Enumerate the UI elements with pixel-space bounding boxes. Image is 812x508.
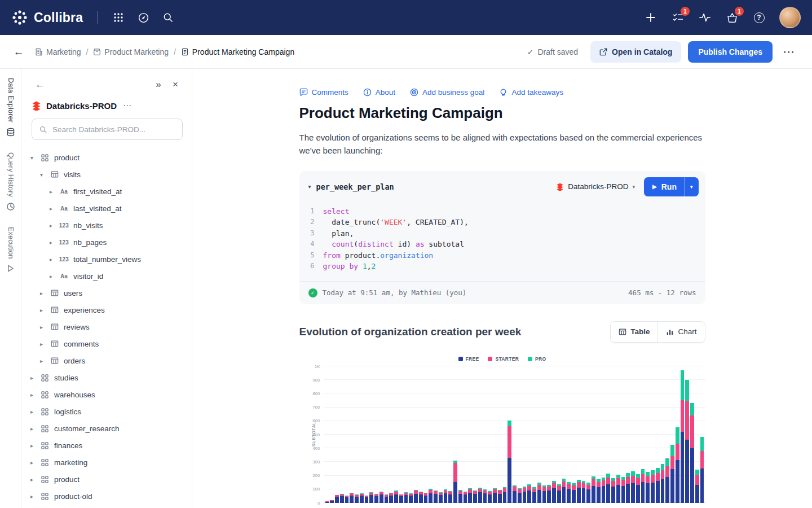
chevron-right-icon[interactable]: ▸ [47,205,55,212]
tree-item-reviews[interactable]: ▸reviews [21,318,192,335]
stacked-bar-week-57[interactable] [602,478,606,503]
tree-item-nb_visits[interactable]: ▸123nb_visits [21,217,192,234]
chevron-right-icon[interactable]: ▸ [38,324,45,330]
stacked-bar-week-71[interactable] [670,445,674,503]
stacked-bar-week-2[interactable] [330,500,334,503]
stacked-bar-week-31[interactable] [473,491,477,503]
stacked-bar-week-77[interactable] [700,437,704,502]
tree-item-logistics[interactable]: ▸logistics [21,403,192,420]
add-takeaways-button[interactable]: Add takeaways [499,88,563,97]
stacked-bar-week-11[interactable] [374,494,378,503]
stacked-bar-week-29[interactable] [464,492,467,502]
panel-back-button[interactable]: ← [32,77,48,93]
back-button[interactable]: ← [9,42,28,62]
tree-item-orders[interactable]: ▸orders [21,352,192,369]
tree-item-visits[interactable]: ▾visits [21,166,192,183]
stacked-bar-week-43[interactable] [532,487,536,502]
breadcrumb-current[interactable]: Product Marketing Campaign [181,47,294,56]
stacked-bar-week-67[interactable] [651,470,655,502]
stacked-bar-week-24[interactable] [439,492,443,503]
chevron-right-icon[interactable]: ▸ [28,443,36,449]
tree-item-visitor_id[interactable]: ▸Aavisitor_id [21,268,192,284]
stacked-bar-week-63[interactable] [631,471,635,503]
stacked-bar-week-64[interactable] [636,474,640,502]
stacked-bar-week-35[interactable] [493,488,497,503]
chevron-right-icon[interactable]: ▸ [28,426,36,432]
tree-item-product-old[interactable]: ▸product-old [21,488,192,505]
stacked-bar-week-13[interactable] [385,494,389,502]
stacked-bar-week-61[interactable] [621,477,625,503]
breadcrumb-community[interactable]: Marketing [35,47,81,56]
stacked-bar-week-20[interactable] [419,492,423,503]
stacked-bar-week-32[interactable] [478,488,482,503]
tree-item-warehouses[interactable]: ▸warehouses [21,386,192,403]
more-actions-button[interactable]: ⋯ [779,42,798,62]
panel-expand-button[interactable]: » [150,77,167,93]
rail-tab-execution[interactable]: Execution [6,227,15,273]
stacked-bar-week-36[interactable] [498,490,502,502]
tree-item-nb_pages[interactable]: ▸123nb_pages [21,234,192,251]
stacked-bar-week-44[interactable] [537,483,541,502]
stacked-bar-week-5[interactable] [345,496,349,502]
tree-item-product[interactable]: ▸product [21,471,192,488]
chevron-right-icon[interactable]: ▸ [28,375,36,381]
stacked-bar-week-3[interactable] [335,495,339,503]
stacked-bar-week-34[interactable] [488,491,492,502]
chevron-right-icon[interactable]: ▸ [38,307,45,313]
sql-editor[interactable]: 1select2 date_trunc('WEEK', CREATED_AT),… [299,202,705,281]
stacked-bar-week-22[interactable] [429,489,433,503]
rail-tab-data-explorer[interactable]: Data Explorer [6,78,15,137]
basket-button[interactable]: 1 [721,6,743,29]
stacked-bar-week-66[interactable] [646,472,650,502]
add-business-goal-button[interactable]: Add business goal [410,88,484,97]
stacked-bar-week-73[interactable] [681,370,685,503]
stacked-bar-week-68[interactable] [656,468,660,503]
stacked-bar-week-48[interactable] [557,484,561,503]
tree-item-total_number_views[interactable]: ▸123total_number_views [21,251,192,268]
stacked-bar-week-62[interactable] [626,473,630,503]
chevron-right-icon[interactable]: ▸ [47,222,55,229]
chevron-right-icon[interactable]: ▸ [28,493,36,500]
stacked-bar-week-75[interactable] [690,403,694,503]
stacked-bar-week-53[interactable] [582,481,586,502]
tree-item-comments[interactable]: ▸comments [21,335,192,352]
tree-item-first_visited_at[interactable]: ▸Aafirst_visited_at [21,183,192,200]
tree-item-users[interactable]: ▸users [21,284,192,301]
stacked-bar-week-17[interactable] [404,492,408,503]
collapse-cell-button[interactable]: ▾ [308,183,311,190]
legend-item-pro[interactable]: PRO [528,356,546,362]
stacked-bar-week-54[interactable] [586,483,590,502]
stacked-bar-week-18[interactable] [409,493,413,503]
publish-changes-button[interactable]: Publish Changes [688,41,773,63]
tree-item-experiences[interactable]: ▸experiences [21,301,192,318]
stacked-bar-week-25[interactable] [444,489,448,502]
create-button[interactable] [639,6,662,29]
tree-item-last_visited_at[interactable]: ▸Aalast_visited_at [21,200,192,217]
activity-button[interactable] [694,6,716,29]
legend-item-free[interactable]: FREE [458,356,479,362]
chevron-right-icon[interactable]: ▸ [28,459,36,466]
stacked-bar-week-49[interactable] [562,479,566,503]
stacked-bar-week-16[interactable] [399,494,403,503]
legend-item-starter[interactable]: STARTER [488,356,519,362]
stacked-bar-week-59[interactable] [611,478,615,502]
query-name[interactable]: per_week_per_plan [316,182,394,191]
stacked-bar-week-12[interactable] [379,492,383,503]
chevron-right-icon[interactable]: ▸ [47,256,55,262]
chevron-right-icon[interactable]: ▸ [47,189,55,195]
tree-item-product[interactable]: ▾product [21,149,192,166]
table-view-button[interactable]: Table [611,322,657,342]
chevron-right-icon[interactable]: ▸ [47,239,55,246]
stacked-bar-week-56[interactable] [597,479,601,503]
chevron-right-icon[interactable]: ▸ [28,392,36,398]
stacked-bar-week-28[interactable] [458,490,462,502]
stacked-bar-week-30[interactable] [468,488,472,502]
intro-paragraph[interactable]: The evolution of organizations seems to … [299,131,705,157]
stacked-bar-week-52[interactable] [577,480,581,503]
stacked-bar-week-55[interactable] [592,476,595,503]
chevron-right-icon[interactable]: ▸ [28,409,36,415]
stacked-bar-week-42[interactable] [527,484,531,503]
tree-item-customer_research[interactable]: ▸customer_research [21,420,192,437]
stacked-bar-week-38[interactable] [508,421,511,502]
stacked-bar-week-14[interactable] [389,493,393,502]
